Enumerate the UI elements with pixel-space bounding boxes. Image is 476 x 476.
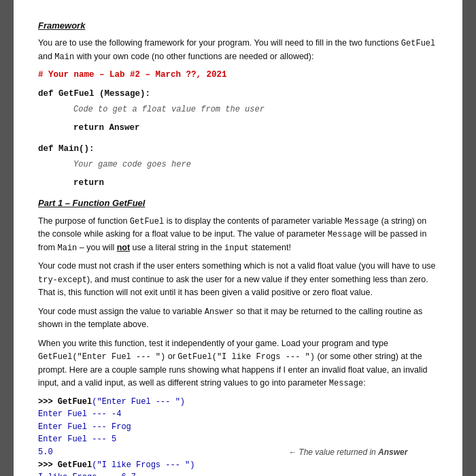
repl-row-output2: Enter Fuel --- Frog bbox=[38, 421, 438, 434]
p1-pre: The purpose of function bbox=[38, 216, 130, 226]
p1-end2: statement! bbox=[249, 243, 291, 252]
repl-prompt-symbol2: >>> bbox=[38, 460, 58, 470]
p1-mid4: – you will bbox=[77, 243, 116, 252]
framework-intro: You are to use the following framework f… bbox=[38, 37, 438, 63]
repl-value-1: 5.0 bbox=[38, 446, 288, 459]
code-comment2: Your game code goes here bbox=[73, 158, 438, 171]
repl-note-1: ← The value returned in Answer bbox=[288, 446, 438, 459]
page: Framework You are to use the following f… bbox=[14, 0, 462, 476]
part1-p1: The purpose of function GetFuel is to di… bbox=[38, 215, 438, 255]
p4-getfuel2: GetFuel("I like Frogs --- ") bbox=[177, 352, 315, 362]
repl-row-output3: Enter Fuel --- 5 bbox=[38, 433, 438, 446]
part1-p4: When you write this function, test it in… bbox=[38, 337, 438, 390]
p1-input: input bbox=[224, 243, 249, 253]
part1-p2: Your code must not crash if the user ent… bbox=[38, 260, 438, 299]
p2-try-except: try-except bbox=[38, 275, 87, 285]
code-comment1: Code to get a float value from the user bbox=[73, 103, 438, 116]
repl-output-4: I like Frogs --- 6.7 bbox=[38, 471, 288, 476]
repl-row-output4: I like Frogs --- 6.7 bbox=[38, 471, 438, 476]
framework-intro-text: You are to use the following framework f… bbox=[38, 38, 401, 48]
return-answer-line: return Answer bbox=[73, 122, 438, 135]
repl-output-2: Enter Fuel --- Frog bbox=[38, 421, 288, 434]
repl-output-3: Enter Fuel --- 5 bbox=[38, 433, 288, 446]
p1-end1: use a literal string in the bbox=[130, 243, 224, 252]
p1-mid1: is to display the contents of parameter … bbox=[164, 216, 344, 226]
framework-title: Framework bbox=[38, 19, 438, 33]
p4-message: Message bbox=[329, 379, 363, 388]
p1-message1: Message bbox=[345, 217, 379, 226]
part1-section: Part 1 – Function GetFuel The purpose of… bbox=[38, 197, 438, 476]
repl-left-prompt1: >>> GetFuel("Enter Fuel --- ") bbox=[38, 396, 288, 409]
framework-code2: Main bbox=[54, 52, 74, 62]
repl-left-prompt2: >>> GetFuel("I like Frogs --- ") bbox=[38, 459, 288, 472]
p1-main: Main bbox=[57, 243, 77, 253]
framework-intro2: with your own code (no other functions a… bbox=[74, 52, 313, 61]
repl-block: >>> GetFuel("Enter Fuel --- ") Enter Fue… bbox=[38, 396, 438, 476]
def-main-line: def Main(): bbox=[38, 143, 438, 156]
part1-title-text: Part 1 – Function GetFuel bbox=[38, 198, 145, 208]
repl-output-1: Enter Fuel --- -4 bbox=[38, 408, 288, 421]
p1-not: not bbox=[117, 243, 130, 252]
repl-getfuel-args2: ("I like Frogs --- ") bbox=[92, 460, 194, 470]
red-comment-line: # Your name – Lab #2 – March ??, 2021 bbox=[38, 69, 438, 82]
part1-p3: Your code must assign the value to varia… bbox=[38, 305, 438, 332]
def-getfuel-line: def GetFuel (Message): bbox=[38, 88, 438, 101]
p4-getfuel1: GetFuel("Enter Fuel --- ") bbox=[38, 352, 165, 362]
framework-and: and bbox=[38, 52, 54, 61]
repl-row-output1: Enter Fuel --- -4 bbox=[38, 408, 438, 421]
p1-message2: Message bbox=[328, 230, 362, 239]
repl-getfuel-call1: GetFuel bbox=[58, 397, 92, 407]
repl-getfuel-call2: GetFuel bbox=[58, 460, 92, 470]
framework-code1: GetFuel bbox=[401, 39, 435, 48]
repl-prompt-symbol1: >>> bbox=[38, 397, 58, 407]
framework-section: Framework You are to use the following f… bbox=[38, 19, 438, 190]
p3-answer: Answer bbox=[205, 307, 234, 317]
repl-row-prompt1: >>> GetFuel("Enter Fuel --- ") bbox=[38, 396, 438, 409]
repl-row-prompt2: >>> GetFuel("I like Frogs --- ") bbox=[38, 459, 438, 472]
return-main-line: return bbox=[73, 177, 438, 190]
repl-getfuel-args1: ("Enter Fuel --- ") bbox=[92, 397, 185, 407]
repl-row-value1: 5.0 ← The value returned in Answer bbox=[38, 446, 438, 459]
p1-getfuel: GetFuel bbox=[130, 217, 164, 226]
part1-title: Part 1 – Function GetFuel bbox=[38, 197, 438, 210]
